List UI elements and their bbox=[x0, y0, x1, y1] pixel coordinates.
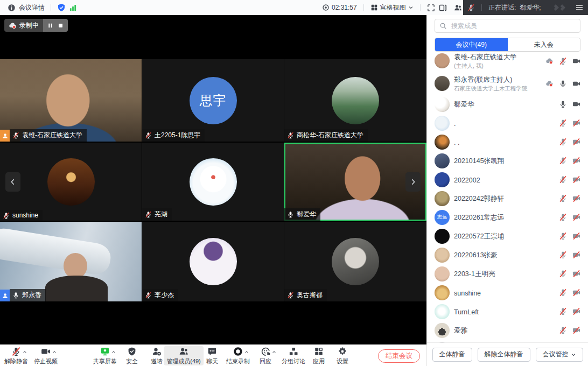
camera-off-icon[interactable] bbox=[572, 175, 580, 184]
caret-up-icon[interactable] bbox=[271, 349, 277, 355]
member-row[interactable]: 志远 20220261常志远 bbox=[427, 208, 588, 227]
gear-icon bbox=[338, 347, 347, 356]
member-list[interactable]: 袁维-石家庄铁道大学(主持人, 我) 郑永香(联席主持人)石家庄铁道大学土木工程… bbox=[427, 50, 588, 343]
toolbar-settings[interactable]: 设置 bbox=[334, 346, 351, 365]
mic-muted-icon[interactable] bbox=[559, 57, 567, 65]
recording-timer: 02:31:57 bbox=[322, 4, 357, 11]
camera-off-icon[interactable] bbox=[572, 157, 580, 165]
chevron-right-icon bbox=[409, 178, 417, 186]
people-icon bbox=[179, 347, 188, 356]
member-row[interactable]: 20220613张豪 bbox=[427, 245, 588, 264]
toolbar-chat[interactable]: 聊天 bbox=[204, 346, 221, 365]
mic-muted-icon[interactable] bbox=[559, 288, 567, 297]
tile-name-label: 奥古斯都 bbox=[284, 289, 327, 301]
prev-page-arrow[interactable] bbox=[5, 172, 20, 192]
video-tile[interactable]: 奥古斯都 bbox=[284, 222, 426, 301]
end-meeting-button[interactable]: 结束会议 bbox=[378, 349, 420, 363]
camera-off-icon[interactable] bbox=[572, 288, 580, 297]
pause-recording-button[interactable] bbox=[47, 22, 54, 29]
camera-on-icon[interactable] bbox=[572, 80, 580, 88]
mic-muted-icon[interactable] bbox=[559, 326, 567, 334]
camera-on-icon[interactable] bbox=[572, 100, 580, 108]
info-icon[interactable] bbox=[8, 4, 16, 12]
camera-off-icon[interactable] bbox=[572, 194, 580, 202]
mic-muted-icon[interactable] bbox=[559, 175, 567, 184]
mic-on-icon[interactable] bbox=[559, 80, 567, 88]
mic-muted-icon[interactable] bbox=[559, 119, 567, 127]
search-input[interactable] bbox=[450, 22, 576, 30]
video-tile[interactable]: 思宇 土2205-1陈思宇 bbox=[142, 59, 284, 142]
camera-off-icon[interactable] bbox=[572, 119, 580, 127]
member-row[interactable]: 郗爱华 bbox=[427, 95, 588, 114]
avatar bbox=[332, 238, 379, 285]
video-tile[interactable]: 芜湖 bbox=[142, 143, 284, 221]
member-row[interactable]: 20220572王崇埔 bbox=[427, 227, 588, 245]
camera-off-icon[interactable] bbox=[572, 270, 580, 278]
toolbar-stop-recording[interactable]: 结束录制 bbox=[223, 346, 253, 365]
camera-off-icon[interactable] bbox=[572, 307, 580, 315]
camera-off-icon[interactable] bbox=[572, 213, 580, 221]
video-tile[interactable]: 李少杰 bbox=[142, 222, 284, 301]
mic-muted-icon[interactable] bbox=[559, 194, 567, 202]
member-row[interactable]: . . bbox=[427, 132, 588, 151]
mic-muted-icon[interactable] bbox=[559, 251, 567, 259]
member-row[interactable]: 袁维-石家庄铁道大学(主持人, 我) bbox=[427, 50, 588, 72]
toolbar-manage-members[interactable]: 管理成员(49) bbox=[164, 346, 204, 365]
camera-off-icon[interactable] bbox=[572, 251, 580, 259]
toolbar-invite[interactable]: 邀请 bbox=[148, 346, 165, 365]
mic-muted-icon[interactable] bbox=[559, 232, 567, 240]
mic-muted-icon[interactable] bbox=[559, 213, 567, 221]
member-row[interactable]: TurnLeft bbox=[427, 302, 588, 321]
cohost-badge bbox=[0, 290, 10, 301]
member-row[interactable]: 2022002 bbox=[427, 170, 588, 189]
stop-recording-button[interactable] bbox=[57, 22, 64, 29]
mic-muted-icon[interactable] bbox=[559, 270, 567, 278]
toolbar-breakout-rooms[interactable]: 分组讨论 bbox=[279, 346, 308, 365]
tile-name-label: sunshine bbox=[0, 210, 43, 221]
video-tile[interactable]: 商松华-石家庄铁道大学 bbox=[284, 59, 426, 142]
avatar bbox=[435, 116, 450, 131]
recording-label: 录制中 bbox=[19, 21, 39, 30]
member-search[interactable] bbox=[435, 19, 580, 33]
camera-off-icon[interactable] bbox=[572, 138, 580, 146]
member-row[interactable]: 爱雅 bbox=[427, 321, 588, 340]
toolbar-stop-video[interactable]: 停止视频 bbox=[31, 346, 60, 365]
network-signal-icon bbox=[69, 4, 77, 12]
mute-all-button[interactable]: 全体静音 bbox=[432, 348, 472, 362]
member-row[interactable]: 20210145张凯翔 bbox=[427, 151, 588, 170]
toolbar-reactions[interactable]: 回应 bbox=[257, 346, 274, 365]
view-mode-switcher[interactable]: 宫格视图 bbox=[370, 3, 414, 12]
mic-muted-icon[interactable] bbox=[559, 307, 567, 315]
fullscreen-icon[interactable] bbox=[427, 4, 435, 12]
caret-up-icon[interactable] bbox=[52, 349, 57, 355]
mic-muted-icon[interactable] bbox=[559, 138, 567, 146]
mic-muted-icon[interactable] bbox=[559, 157, 567, 165]
menu-icon[interactable] bbox=[575, 3, 584, 12]
video-tile[interactable]: sunshine bbox=[0, 143, 142, 221]
meeting-details-label[interactable]: 会议详情 bbox=[19, 3, 45, 12]
security-shield-icon[interactable] bbox=[57, 3, 66, 12]
video-tile[interactable]: 袁维-石家庄铁道大学 bbox=[0, 59, 142, 142]
layout-toggle-icon[interactable] bbox=[439, 4, 447, 12]
camera-off-icon[interactable] bbox=[572, 232, 580, 240]
unmute-all-button[interactable]: 解除全体静音 bbox=[478, 348, 530, 362]
caret-up-icon[interactable] bbox=[111, 349, 116, 355]
member-row[interactable]: . bbox=[427, 114, 588, 132]
camera-on-icon[interactable] bbox=[572, 57, 580, 65]
member-row[interactable]: 20220242郭静轩 bbox=[427, 189, 588, 208]
next-page-arrow[interactable] bbox=[405, 172, 421, 192]
caret-up-icon[interactable] bbox=[244, 349, 249, 355]
brand-watermark-icon bbox=[550, 3, 571, 12]
camera-off-icon[interactable] bbox=[572, 326, 580, 334]
caret-up-icon[interactable] bbox=[22, 349, 27, 355]
member-row[interactable]: sunshine bbox=[427, 283, 588, 302]
member-row[interactable]: 郑永香(联席主持人)石家庄铁道大学土木工程学院 bbox=[427, 72, 588, 95]
meeting-control-button[interactable]: 会议管控 bbox=[536, 348, 583, 362]
mic-on-icon[interactable] bbox=[559, 100, 567, 108]
toolbar-apps[interactable]: 应用 bbox=[310, 346, 327, 365]
toolbar-security[interactable]: 安全 bbox=[123, 346, 141, 365]
video-tile[interactable]: 郑永香 bbox=[0, 222, 142, 301]
member-row[interactable]: 2203-1王明亮 bbox=[427, 264, 588, 283]
toolbar-share-screen[interactable]: 共享屏幕 bbox=[90, 346, 120, 365]
toolbar-unmute[interactable]: 解除静音 bbox=[2, 346, 31, 365]
